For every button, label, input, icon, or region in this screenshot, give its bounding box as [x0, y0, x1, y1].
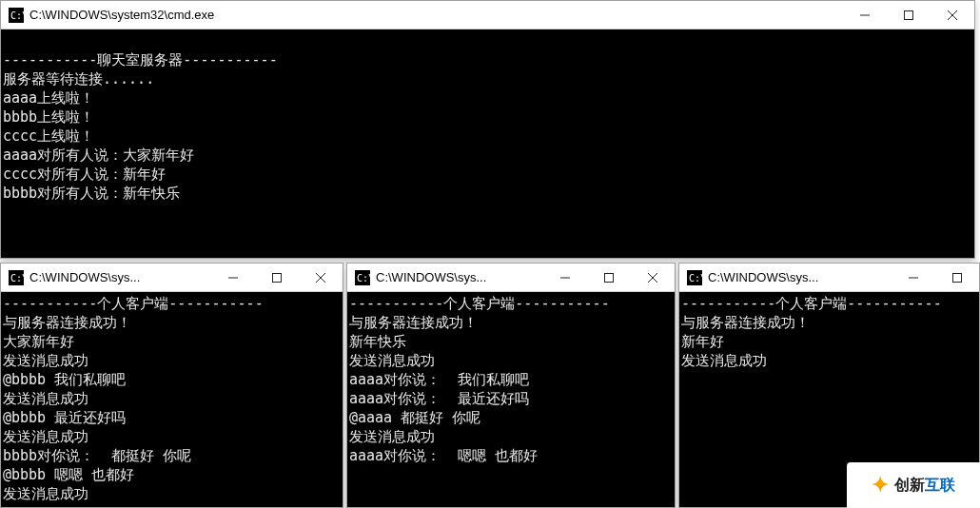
- titlebar-client3[interactable]: C:\ C:\WINDOWS\sys...: [679, 264, 979, 292]
- svg-text:C:\: C:\: [10, 273, 24, 283]
- maximize-button[interactable]: [935, 264, 979, 291]
- close-button[interactable]: [299, 264, 343, 291]
- client1-console[interactable]: -----------个人客户端----------- 与服务器连接成功！ 大家…: [1, 292, 343, 507]
- maximize-button[interactable]: [887, 1, 931, 29]
- minimize-button[interactable]: [543, 264, 587, 291]
- svg-rect-15: [605, 273, 614, 282]
- window-buttons: [892, 264, 979, 291]
- window-title: C:\WINDOWS\sys...: [708, 270, 892, 284]
- cmd-icon: C:\: [687, 270, 702, 285]
- close-button[interactable]: [631, 264, 675, 291]
- svg-rect-9: [273, 273, 282, 282]
- maximize-button[interactable]: [587, 264, 631, 291]
- client2-window: C:\ C:\WINDOWS\sys... -----------个人客户端--…: [346, 263, 676, 508]
- maximize-button[interactable]: [255, 264, 299, 291]
- cmd-icon: C:\: [9, 270, 24, 285]
- client1-window: C:\ C:\WINDOWS\sys... -----------个人客户端--…: [0, 263, 343, 508]
- svg-text:C:\: C:\: [357, 273, 370, 283]
- cmd-icon: C:\: [9, 8, 24, 23]
- server-window: C:\ C:\WINDOWS\system32\cmd.exe --------…: [0, 0, 975, 259]
- swirl-icon: ✦: [872, 473, 889, 498]
- svg-rect-3: [905, 10, 913, 19]
- brand-text: 创新互联: [894, 476, 955, 496]
- minimize-button[interactable]: [843, 1, 887, 29]
- titlebar-server[interactable]: C:\ C:\WINDOWS\system32\cmd.exe: [1, 1, 974, 29]
- client2-console[interactable]: -----------个人客户端----------- 与服务器连接成功！ 新年…: [347, 292, 675, 507]
- watermark-logo: ✦ 创新互联: [847, 462, 980, 508]
- svg-text:C:\: C:\: [689, 273, 702, 283]
- window-buttons: [211, 264, 343, 291]
- server-console[interactable]: -----------聊天室服务器----------- 服务器等待连接....…: [1, 29, 974, 258]
- cmd-icon: C:\: [355, 270, 370, 285]
- window-title: C:\WINDOWS\sys...: [376, 270, 543, 284]
- titlebar-client2[interactable]: C:\ C:\WINDOWS\sys...: [347, 264, 675, 292]
- svg-text:C:\: C:\: [10, 10, 24, 21]
- minimize-button[interactable]: [211, 264, 255, 291]
- minimize-button[interactable]: [892, 264, 935, 291]
- window-buttons: [843, 1, 974, 29]
- window-buttons: [543, 264, 675, 291]
- svg-rect-21: [953, 273, 962, 282]
- titlebar-client1[interactable]: C:\ C:\WINDOWS\sys...: [1, 264, 343, 292]
- close-button[interactable]: [931, 1, 974, 29]
- window-title: C:\WINDOWS\system32\cmd.exe: [29, 8, 843, 22]
- window-title: C:\WINDOWS\sys...: [29, 270, 211, 284]
